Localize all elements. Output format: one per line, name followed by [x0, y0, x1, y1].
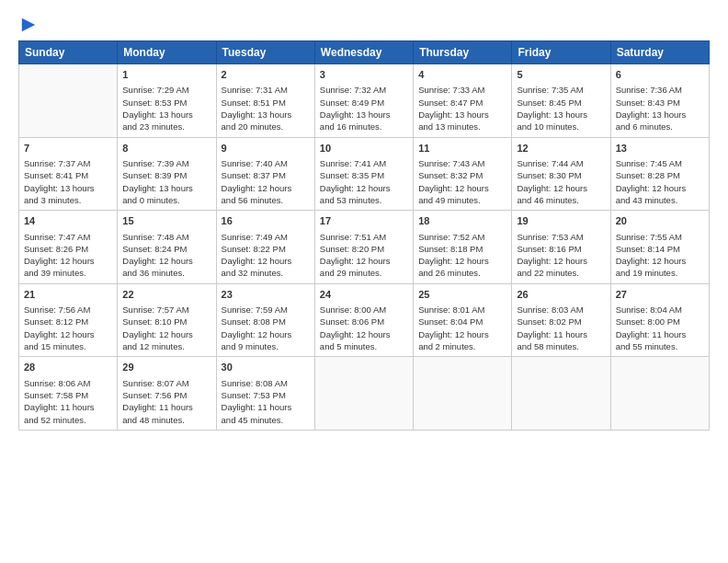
- cell-line: Sunrise: 7:32 AM: [320, 84, 408, 96]
- cell-line: Sunrise: 7:44 AM: [517, 157, 605, 169]
- cell-line: and 53 minutes.: [320, 194, 408, 206]
- cell-line: and 49 minutes.: [418, 194, 506, 206]
- cell-line: and 26 minutes.: [418, 267, 506, 279]
- cell-line: Sunset: 8:32 PM: [418, 169, 506, 181]
- cell-line: and 16 minutes.: [320, 121, 408, 132]
- cell-line: Sunrise: 7:37 AM: [24, 157, 112, 169]
- cell-line: Daylight: 12 hours: [418, 255, 506, 267]
- cell-line: Sunrise: 7:45 AM: [616, 157, 704, 169]
- cell-line: Sunset: 8:20 PM: [320, 243, 408, 255]
- day-number: 19: [517, 214, 605, 228]
- cell-line: Daylight: 11 hours: [517, 328, 605, 340]
- cell-line: and 43 minutes.: [616, 194, 704, 206]
- cell-line: Sunset: 8:49 PM: [320, 97, 408, 109]
- calendar-cell: 13Sunrise: 7:45 AMSunset: 8:28 PMDayligh…: [610, 137, 709, 211]
- cell-line: and 10 minutes.: [517, 121, 605, 132]
- calendar-cell: [19, 64, 118, 138]
- cell-line: Daylight: 12 hours: [122, 328, 210, 340]
- cell-line: Sunrise: 7:51 AM: [320, 231, 408, 243]
- cell-line: Sunrise: 7:39 AM: [122, 157, 210, 169]
- cell-line: Sunset: 8:45 PM: [517, 97, 605, 109]
- calendar-header-row: Sunday Monday Tuesday Wednesday Thursday…: [19, 41, 710, 64]
- cell-line: Sunset: 8:22 PM: [222, 243, 310, 255]
- cell-line: Sunset: 7:56 PM: [122, 389, 210, 401]
- cell-line: Sunrise: 8:00 AM: [320, 304, 408, 316]
- cell-line: Sunset: 8:41 PM: [24, 169, 112, 181]
- cell-line: Sunrise: 8:08 AM: [222, 377, 310, 389]
- calendar-cell: 30Sunrise: 8:08 AMSunset: 7:53 PMDayligh…: [216, 357, 314, 431]
- col-monday: Monday: [118, 41, 216, 64]
- day-number: 13: [616, 142, 704, 155]
- cell-line: Daylight: 13 hours: [418, 109, 506, 121]
- cell-line: Daylight: 11 hours: [122, 401, 210, 413]
- day-number: 27: [616, 288, 704, 302]
- calendar-cell: 14Sunrise: 7:47 AMSunset: 8:26 PMDayligh…: [19, 211, 118, 284]
- day-number: 23: [222, 288, 310, 302]
- cell-line: Sunrise: 7:48 AM: [122, 231, 210, 243]
- calendar-cell: 17Sunrise: 7:51 AMSunset: 8:20 PMDayligh…: [314, 211, 413, 284]
- cell-line: and 19 minutes.: [616, 267, 704, 279]
- calendar-cell: 19Sunrise: 7:53 AMSunset: 8:16 PMDayligh…: [512, 211, 610, 284]
- calendar-cell: 28Sunrise: 8:06 AMSunset: 7:58 PMDayligh…: [19, 357, 118, 431]
- calendar-cell: 11Sunrise: 7:43 AMSunset: 8:32 PMDayligh…: [414, 137, 512, 211]
- cell-line: Sunset: 8:18 PM: [418, 243, 506, 255]
- cell-line: and 0 minutes.: [122, 194, 210, 206]
- calendar-week-row: 14Sunrise: 7:47 AMSunset: 8:26 PMDayligh…: [19, 211, 710, 284]
- page-header: [18, 17, 710, 33]
- cell-line: Sunset: 8:43 PM: [616, 97, 704, 109]
- col-tuesday: Tuesday: [216, 41, 314, 64]
- col-wednesday: Wednesday: [314, 41, 413, 64]
- cell-line: Daylight: 12 hours: [24, 255, 112, 267]
- cell-line: Sunrise: 7:56 AM: [24, 304, 112, 316]
- calendar-week-row: 21Sunrise: 7:56 AMSunset: 8:12 PMDayligh…: [19, 283, 710, 357]
- cell-line: Daylight: 12 hours: [616, 255, 704, 267]
- calendar-cell: 9Sunrise: 7:40 AMSunset: 8:37 PMDaylight…: [216, 137, 314, 211]
- day-number: 4: [418, 68, 506, 82]
- cell-line: Sunset: 8:37 PM: [222, 169, 310, 181]
- calendar-cell: 4Sunrise: 7:33 AMSunset: 8:47 PMDaylight…: [414, 64, 512, 138]
- cell-line: and 36 minutes.: [122, 267, 210, 279]
- day-number: 1: [122, 68, 210, 82]
- calendar-cell: 5Sunrise: 7:35 AMSunset: 8:45 PMDaylight…: [512, 64, 610, 138]
- col-friday: Friday: [512, 41, 610, 64]
- cell-line: Daylight: 12 hours: [122, 255, 210, 267]
- day-number: 8: [122, 142, 210, 155]
- calendar-cell: 2Sunrise: 7:31 AMSunset: 8:51 PMDaylight…: [216, 64, 314, 138]
- cell-line: and 32 minutes.: [222, 267, 310, 279]
- cell-line: Sunrise: 7:41 AM: [320, 157, 408, 169]
- cell-line: and 3 minutes.: [24, 194, 112, 206]
- day-number: 5: [517, 68, 605, 82]
- calendar-cell: 15Sunrise: 7:48 AMSunset: 8:24 PMDayligh…: [118, 211, 216, 284]
- day-number: 26: [517, 288, 605, 302]
- calendar-week-row: 1Sunrise: 7:29 AMSunset: 8:53 PMDaylight…: [19, 64, 710, 138]
- calendar-cell: 10Sunrise: 7:41 AMSunset: 8:35 PMDayligh…: [314, 137, 413, 211]
- calendar-cell: 24Sunrise: 8:00 AMSunset: 8:06 PMDayligh…: [314, 283, 413, 357]
- calendar-cell: [314, 357, 413, 431]
- cell-line: and 6 minutes.: [616, 121, 704, 132]
- cell-line: Daylight: 12 hours: [320, 328, 408, 340]
- cell-line: Sunrise: 7:33 AM: [418, 84, 506, 96]
- col-thursday: Thursday: [414, 41, 512, 64]
- cell-line: and 58 minutes.: [517, 340, 605, 352]
- cell-line: Sunrise: 7:40 AM: [222, 157, 310, 169]
- cell-line: Sunrise: 7:49 AM: [222, 231, 310, 243]
- cell-line: Sunset: 8:08 PM: [222, 316, 310, 327]
- cell-line: Daylight: 13 hours: [122, 109, 210, 121]
- cell-line: and 20 minutes.: [222, 121, 310, 132]
- day-number: 24: [320, 288, 408, 302]
- cell-line: Sunset: 8:35 PM: [320, 169, 408, 181]
- calendar-week-row: 7Sunrise: 7:37 AMSunset: 8:41 PMDaylight…: [19, 137, 710, 211]
- day-number: 3: [320, 68, 408, 82]
- calendar-cell: [512, 357, 610, 431]
- cell-line: and 13 minutes.: [418, 121, 506, 132]
- calendar-cell: 6Sunrise: 7:36 AMSunset: 8:43 PMDaylight…: [610, 64, 709, 138]
- cell-line: Daylight: 12 hours: [222, 255, 310, 267]
- cell-line: and 2 minutes.: [418, 340, 506, 352]
- cell-line: and 9 minutes.: [222, 340, 310, 352]
- cell-line: and 15 minutes.: [24, 340, 112, 352]
- cell-line: Daylight: 11 hours: [222, 401, 310, 413]
- cell-line: Sunset: 8:39 PM: [122, 169, 210, 181]
- calendar-cell: 29Sunrise: 8:07 AMSunset: 7:56 PMDayligh…: [118, 357, 216, 431]
- cell-line: Daylight: 12 hours: [517, 182, 605, 194]
- cell-line: Sunset: 8:28 PM: [616, 169, 704, 181]
